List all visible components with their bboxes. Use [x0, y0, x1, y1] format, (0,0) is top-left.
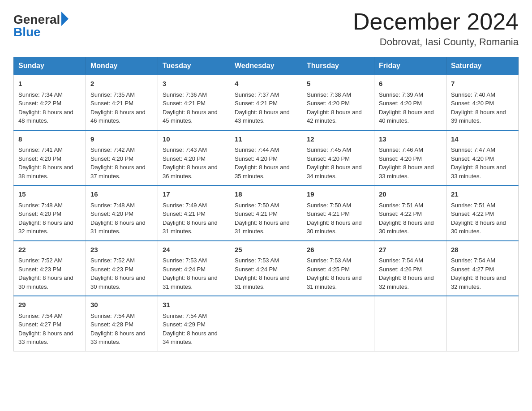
- month-title: December 2024: [353, 9, 519, 34]
- day-number: 1: [18, 79, 81, 89]
- day-number: 25: [235, 245, 297, 255]
- daylight-text: Daylight: 8 hours and 31 minutes.: [235, 219, 290, 235]
- calendar-cell: 30Sunrise: 7:54 AMSunset: 4:28 PMDayligh…: [86, 296, 158, 351]
- day-number: 30: [90, 300, 153, 310]
- calendar-cell: 11Sunrise: 7:44 AMSunset: 4:20 PMDayligh…: [230, 130, 302, 186]
- sunset-text: Sunset: 4:27 PM: [18, 321, 61, 328]
- sunrise-text: Sunrise: 7:50 AM: [307, 202, 351, 209]
- calendar-cell: [374, 296, 446, 351]
- sunset-text: Sunset: 4:24 PM: [235, 266, 278, 273]
- daylight-text: Daylight: 8 hours and 42 minutes.: [307, 109, 362, 124]
- calendar-cell: 20Sunrise: 7:51 AMSunset: 4:22 PMDayligh…: [374, 185, 446, 241]
- day-number: 29: [18, 300, 81, 310]
- sunrise-text: Sunrise: 7:53 AM: [235, 257, 279, 264]
- sunset-text: Sunset: 4:22 PM: [379, 210, 422, 217]
- sunrise-text: Sunrise: 7:49 AM: [163, 202, 207, 209]
- sunrise-text: Sunrise: 7:37 AM: [235, 91, 279, 98]
- daylight-text: Daylight: 8 hours and 43 minutes.: [235, 109, 290, 124]
- daylight-text: Daylight: 8 hours and 30 minutes.: [379, 219, 434, 235]
- page-header: General Blue December 2024 Dobrovat, Ias…: [13, 9, 519, 48]
- sunrise-text: Sunrise: 7:45 AM: [307, 146, 351, 153]
- calendar-cell: 9Sunrise: 7:42 AMSunset: 4:20 PMDaylight…: [86, 130, 158, 186]
- sunrise-text: Sunrise: 7:50 AM: [235, 202, 279, 209]
- week-row-1: 1Sunrise: 7:34 AMSunset: 4:22 PMDaylight…: [14, 75, 519, 130]
- day-number: 12: [307, 134, 369, 145]
- calendar-cell: 14Sunrise: 7:47 AMSunset: 4:20 PMDayligh…: [446, 130, 519, 186]
- calendar-cell: 13Sunrise: 7:46 AMSunset: 4:20 PMDayligh…: [374, 130, 446, 186]
- calendar-cell: 15Sunrise: 7:48 AMSunset: 4:20 PMDayligh…: [14, 185, 86, 241]
- day-number: 27: [379, 245, 442, 255]
- day-number: 26: [307, 245, 369, 255]
- daylight-text: Daylight: 8 hours and 30 minutes.: [18, 274, 73, 290]
- sunrise-text: Sunrise: 7:42 AM: [90, 146, 135, 153]
- sunset-text: Sunset: 4:25 PM: [307, 266, 350, 273]
- daylight-text: Daylight: 8 hours and 35 minutes.: [235, 164, 290, 180]
- sunset-text: Sunset: 4:21 PM: [235, 210, 278, 217]
- sunset-text: Sunset: 4:20 PM: [451, 155, 494, 162]
- day-number: 11: [235, 134, 297, 145]
- calendar-cell: 17Sunrise: 7:49 AMSunset: 4:21 PMDayligh…: [158, 185, 230, 241]
- sunrise-text: Sunrise: 7:54 AM: [163, 313, 207, 319]
- calendar-cell: 22Sunrise: 7:52 AMSunset: 4:23 PMDayligh…: [14, 241, 86, 296]
- daylight-text: Daylight: 8 hours and 31 minutes.: [90, 219, 146, 235]
- calendar-cell: 24Sunrise: 7:53 AMSunset: 4:24 PMDayligh…: [158, 241, 230, 296]
- location-title: Dobrovat, Iasi County, Romania: [353, 36, 519, 48]
- sunrise-text: Sunrise: 7:53 AM: [307, 257, 351, 264]
- daylight-text: Daylight: 8 hours and 39 minutes.: [451, 109, 506, 124]
- sunrise-text: Sunrise: 7:35 AM: [90, 91, 135, 98]
- calendar-cell: 28Sunrise: 7:54 AMSunset: 4:27 PMDayligh…: [446, 241, 519, 296]
- calendar-cell: 6Sunrise: 7:39 AMSunset: 4:20 PMDaylight…: [374, 75, 446, 130]
- day-number: 2: [90, 79, 153, 89]
- day-number: 31: [163, 300, 225, 310]
- sunrise-text: Sunrise: 7:54 AM: [18, 313, 63, 319]
- day-number: 15: [18, 189, 81, 200]
- logo-blue: Blue: [13, 26, 69, 39]
- sunset-text: Sunset: 4:21 PM: [163, 210, 206, 217]
- calendar-cell: 5Sunrise: 7:38 AMSunset: 4:20 PMDaylight…: [302, 75, 374, 130]
- week-row-2: 8Sunrise: 7:41 AMSunset: 4:20 PMDaylight…: [14, 130, 519, 186]
- sunset-text: Sunset: 4:20 PM: [18, 210, 61, 217]
- daylight-text: Daylight: 8 hours and 32 minutes.: [379, 274, 434, 290]
- sunset-text: Sunset: 4:21 PM: [307, 210, 350, 217]
- daylight-text: Daylight: 8 hours and 33 minutes.: [451, 164, 506, 180]
- calendar-cell: 27Sunrise: 7:54 AMSunset: 4:26 PMDayligh…: [374, 241, 446, 296]
- calendar-cell: 21Sunrise: 7:51 AMSunset: 4:22 PMDayligh…: [446, 185, 519, 241]
- daylight-text: Daylight: 8 hours and 36 minutes.: [163, 164, 218, 180]
- sunset-text: Sunset: 4:20 PM: [90, 155, 133, 162]
- daylight-text: Daylight: 8 hours and 34 minutes.: [307, 164, 362, 180]
- sunset-text: Sunset: 4:20 PM: [307, 100, 350, 107]
- calendar-cell: 4Sunrise: 7:37 AMSunset: 4:21 PMDaylight…: [230, 75, 302, 130]
- calendar-cell: 25Sunrise: 7:53 AMSunset: 4:24 PMDayligh…: [230, 241, 302, 296]
- sunset-text: Sunset: 4:21 PM: [235, 100, 278, 107]
- calendar-cell: 23Sunrise: 7:52 AMSunset: 4:23 PMDayligh…: [86, 241, 158, 296]
- sunrise-text: Sunrise: 7:52 AM: [18, 257, 63, 264]
- sunrise-text: Sunrise: 7:47 AM: [451, 146, 495, 153]
- calendar-cell: 1Sunrise: 7:34 AMSunset: 4:22 PMDaylight…: [14, 75, 86, 130]
- calendar-cell: 12Sunrise: 7:45 AMSunset: 4:20 PMDayligh…: [302, 130, 374, 186]
- daylight-text: Daylight: 8 hours and 31 minutes.: [163, 274, 218, 290]
- day-number: 7: [451, 79, 514, 89]
- day-number: 3: [163, 79, 225, 89]
- title-area: December 2024 Dobrovat, Iasi County, Rom…: [353, 9, 519, 48]
- sunrise-text: Sunrise: 7:38 AM: [307, 91, 351, 98]
- sunrise-text: Sunrise: 7:48 AM: [18, 202, 63, 209]
- sunrise-text: Sunrise: 7:54 AM: [451, 257, 495, 264]
- day-number: 16: [90, 189, 153, 200]
- daylight-text: Daylight: 8 hours and 48 minutes.: [18, 109, 73, 124]
- calendar-cell: 26Sunrise: 7:53 AMSunset: 4:25 PMDayligh…: [302, 241, 374, 296]
- sunrise-text: Sunrise: 7:34 AM: [18, 91, 63, 98]
- sunset-text: Sunset: 4:20 PM: [307, 155, 350, 162]
- sunset-text: Sunset: 4:29 PM: [163, 321, 206, 328]
- sunset-text: Sunset: 4:22 PM: [451, 210, 494, 217]
- sunrise-text: Sunrise: 7:36 AM: [163, 91, 207, 98]
- sunrise-text: Sunrise: 7:51 AM: [451, 202, 495, 209]
- daylight-text: Daylight: 8 hours and 32 minutes.: [451, 274, 506, 290]
- day-number: 10: [163, 134, 225, 145]
- calendar-cell: [446, 296, 519, 351]
- weekday-header-sunday: Sunday: [14, 57, 86, 75]
- calendar-cell: 8Sunrise: 7:41 AMSunset: 4:20 PMDaylight…: [14, 130, 86, 186]
- calendar-cell: 29Sunrise: 7:54 AMSunset: 4:27 PMDayligh…: [14, 296, 86, 351]
- week-row-4: 22Sunrise: 7:52 AMSunset: 4:23 PMDayligh…: [14, 241, 519, 296]
- sunrise-text: Sunrise: 7:54 AM: [379, 257, 423, 264]
- day-number: 21: [451, 189, 514, 200]
